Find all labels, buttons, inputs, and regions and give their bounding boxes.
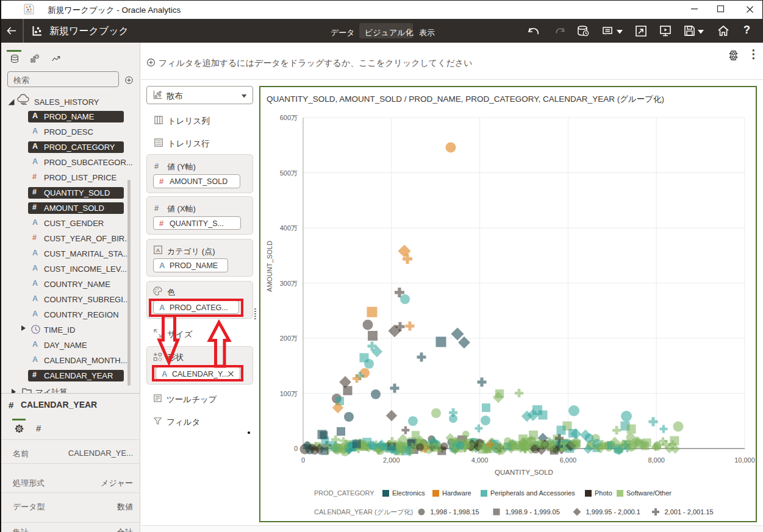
svg-text:8,000: 8,000 bbox=[648, 456, 665, 464]
svg-text:Electronics: Electronics bbox=[392, 489, 425, 497]
svg-text:200万: 200万 bbox=[280, 335, 298, 342]
svg-text:1,998 - 1,998.15: 1,998 - 1,998.15 bbox=[431, 508, 479, 516]
svg-text:PROD_CATEGORY: PROD_CATEGORY bbox=[314, 489, 374, 497]
svg-text:1,999.95 - 2,000.1: 1,999.95 - 2,000.1 bbox=[586, 508, 640, 516]
svg-text:2,001 - 2,001.15: 2,001 - 2,001.15 bbox=[665, 508, 714, 516]
svg-text:QUANTITY_SOLD: QUANTITY_SOLD bbox=[495, 469, 553, 476]
svg-text:0: 0 bbox=[301, 456, 305, 464]
svg-text:Hardware: Hardware bbox=[442, 489, 471, 497]
svg-text:Peripherals and Accessories: Peripherals and Accessories bbox=[490, 489, 575, 497]
svg-text:1,998.9 - 1,999.05: 1,998.9 - 1,999.05 bbox=[506, 508, 560, 516]
svg-text:Software/Other: Software/Other bbox=[626, 489, 672, 497]
svg-text:6,000: 6,000 bbox=[560, 456, 577, 464]
svg-text:Photo: Photo bbox=[595, 489, 612, 497]
svg-text:10,000: 10,000 bbox=[734, 456, 755, 464]
svg-text:500万: 500万 bbox=[280, 169, 298, 177]
svg-text:0: 0 bbox=[294, 445, 298, 452]
svg-text:100万: 100万 bbox=[280, 390, 298, 397]
svg-text:A: A bbox=[156, 247, 160, 254]
svg-text:2,000: 2,000 bbox=[383, 456, 400, 464]
svg-text:CALENDAR_YEAR (グループ化): CALENDAR_YEAR (グループ化) bbox=[314, 508, 413, 516]
svg-text:600万: 600万 bbox=[280, 114, 298, 121]
svg-text:300万: 300万 bbox=[280, 280, 298, 287]
svg-text:AMOUNT_SOLD: AMOUNT_SOLD bbox=[266, 241, 273, 292]
svg-text:4,000: 4,000 bbox=[471, 456, 489, 464]
svg-text:400万: 400万 bbox=[280, 224, 298, 232]
